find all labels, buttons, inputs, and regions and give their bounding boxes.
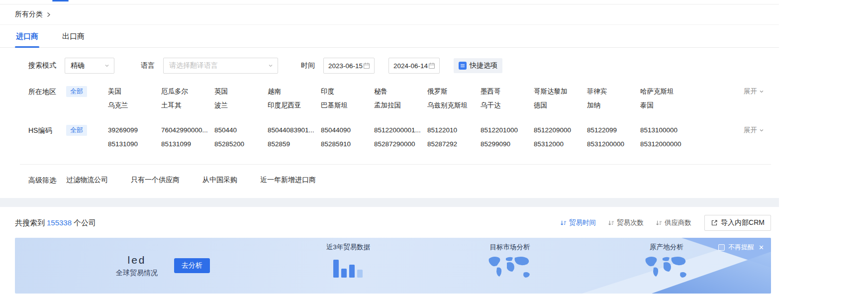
hscode-item[interactable]: 85287290000 — [374, 137, 427, 151]
hscode-filter-row: HS编码 全部 3926909976042990000...8504408504… — [15, 123, 771, 151]
region-item[interactable]: 巴基斯坦 — [321, 98, 374, 112]
world-map-icon — [486, 255, 534, 281]
export-icon — [711, 219, 718, 226]
hscode-item[interactable]: 85312000 — [534, 137, 587, 151]
hscode-label: HS编码 — [28, 123, 56, 137]
advanced-filter-option[interactable]: 过滤物流公司 — [66, 176, 108, 185]
region-item[interactable]: 美国 — [108, 85, 161, 98]
hscode-item[interactable]: 850440 — [214, 123, 268, 137]
chevron-right-icon — [46, 12, 51, 17]
advanced-filter-option[interactable]: 只有一个供应商 — [131, 176, 180, 185]
banner-card-title: 原产地分析 — [624, 243, 709, 252]
hscode-item[interactable]: 8512201000 — [481, 123, 534, 137]
sort-icon — [560, 220, 567, 226]
calendar-icon — [363, 62, 370, 69]
region-item[interactable]: 乌干达 — [481, 98, 534, 112]
language-placeholder: 请选择翻译语言 — [169, 61, 218, 70]
region-item[interactable]: 俄罗斯 — [427, 85, 481, 98]
region-item[interactable]: 越南 — [268, 85, 321, 98]
hscode-item[interactable]: 76042990000... — [161, 123, 214, 137]
hscode-item[interactable]: 85122000001... — [374, 123, 427, 137]
banner-card-target-market: 目标市场分析 — [468, 243, 552, 282]
import-crm-label: 导入内部CRM — [721, 218, 765, 227]
region-item[interactable]: 秘鲁 — [374, 85, 427, 98]
region-item[interactable]: 波兰 — [214, 98, 268, 112]
hscode-expand-link[interactable]: 展开 — [744, 123, 764, 137]
hscode-item[interactable]: 85122099 — [587, 123, 640, 137]
search-mode-select[interactable]: 精确 — [65, 58, 114, 74]
hscode-item[interactable]: 8512209000 — [534, 123, 587, 137]
results-count-number: 155338 — [47, 218, 72, 227]
banner-card-title: 近3年贸易数据 — [306, 243, 390, 252]
banner-dismiss: 不再提醒 ✕ — [718, 243, 764, 252]
advanced-filter-option[interactable]: 近一年新增进口商 — [260, 176, 316, 185]
hscode-item[interactable]: 85285200 — [214, 137, 268, 151]
hscode-item[interactable]: 85122010 — [427, 123, 481, 137]
sort-option[interactable]: 供应商数 — [656, 218, 691, 227]
hscode-item[interactable]: 8513100000 — [640, 123, 693, 137]
region-item[interactable]: 德国 — [534, 98, 587, 112]
results-count: 共搜索到155338个公司 — [15, 218, 96, 228]
tab[interactable]: 进口商 — [15, 25, 39, 47]
hscode-all-tag[interactable]: 全部 — [66, 125, 87, 136]
hscode-item[interactable]: 8531200000 — [587, 137, 640, 151]
region-item[interactable]: 印度 — [321, 85, 374, 98]
search-form-row: 搜索模式 精确 语言 请选择翻译语言 时间 2023-06-15 2024-06… — [15, 58, 771, 74]
sort-option[interactable]: 贸易次数 — [608, 218, 644, 227]
hscode-grid: 3926909976042990000...85044085044083901.… — [108, 123, 747, 151]
page-content: 所有分类 进口商出口商 搜索模式 精确 语言 请选择翻译语言 时间 2023-0… — [0, 0, 779, 294]
time-label: 时间 — [301, 61, 315, 70]
hscode-item[interactable]: 85044083901... — [268, 123, 321, 137]
region-item[interactable]: 哥斯达黎加 — [534, 85, 587, 98]
start-date-input[interactable]: 2023-06-15 — [323, 58, 375, 74]
language-select[interactable]: 请选择翻译语言 — [163, 58, 278, 74]
region-item[interactable]: 哈萨克斯坦 — [640, 85, 693, 98]
region-item[interactable]: 乌克兰 — [108, 98, 161, 112]
region-all-tag[interactable]: 全部 — [66, 86, 87, 97]
quick-options-label: 快捷选项 — [470, 61, 497, 70]
hscode-item[interactable]: 85131090 — [108, 137, 161, 151]
tab[interactable]: 出口商 — [61, 25, 86, 47]
analyze-button[interactable]: 去分析 — [174, 258, 210, 273]
banner-card-origin: 原产地分析 — [624, 243, 709, 282]
breadcrumb[interactable]: 所有分类 — [0, 4, 779, 25]
region-item[interactable]: 英国 — [214, 85, 268, 98]
section-gap — [0, 198, 779, 207]
banner-card-title: 目标市场分析 — [468, 243, 552, 252]
hscode-item[interactable]: 852859 — [268, 137, 321, 151]
sort-icon — [656, 220, 662, 226]
region-item[interactable]: 墨西哥 — [481, 85, 534, 98]
region-item[interactable]: 加纳 — [587, 98, 640, 112]
start-date-value: 2023-06-15 — [328, 62, 363, 70]
chevron-down-icon — [104, 63, 109, 68]
language-label: 语言 — [141, 61, 155, 70]
dismiss-checkbox[interactable] — [718, 244, 725, 251]
filter-panel: 搜索模式 精确 语言 请选择翻译语言 时间 2023-06-15 2024-06… — [0, 48, 779, 198]
active-tab-indicator — [52, 0, 69, 1]
region-expand-link[interactable]: 展开 — [744, 85, 764, 98]
hscode-item[interactable]: 39269099 — [108, 123, 161, 137]
hscode-item[interactable]: 85285910 — [321, 137, 374, 151]
quick-options-button[interactable]: 快捷选项 — [454, 58, 502, 73]
region-label: 所在地区 — [28, 85, 56, 98]
sort-option[interactable]: 贸易时间 — [560, 218, 596, 227]
region-item[interactable]: 乌兹别克斯坦 — [427, 98, 481, 112]
results-header: 共搜索到155338个公司 贸易时间 贸易次数 供应商数 — [15, 207, 771, 231]
end-date-input[interactable]: 2024-06-14 — [388, 58, 440, 74]
hscode-item[interactable]: 85299090 — [481, 137, 534, 151]
region-item[interactable]: 土耳其 — [161, 98, 214, 112]
region-item[interactable]: 泰国 — [640, 98, 693, 112]
hscode-item[interactable]: 85287292 — [427, 137, 481, 151]
sort-icon — [608, 220, 614, 226]
hscode-item[interactable]: 85312000000 — [640, 137, 693, 151]
close-banner-icon[interactable]: ✕ — [759, 244, 764, 251]
hscode-item[interactable]: 85131099 — [161, 137, 214, 151]
region-item[interactable]: 孟加拉国 — [374, 98, 427, 112]
search-mode-value: 精确 — [71, 61, 85, 70]
region-item[interactable]: 厄瓜多尔 — [161, 85, 214, 98]
region-item[interactable]: 菲律宾 — [587, 85, 640, 98]
hscode-item[interactable]: 85044090 — [321, 123, 374, 137]
advanced-filter-option[interactable]: 从中国采购 — [202, 176, 237, 185]
region-item[interactable]: 印度尼西亚 — [268, 98, 321, 112]
import-crm-button[interactable]: 导入内部CRM — [704, 215, 771, 231]
